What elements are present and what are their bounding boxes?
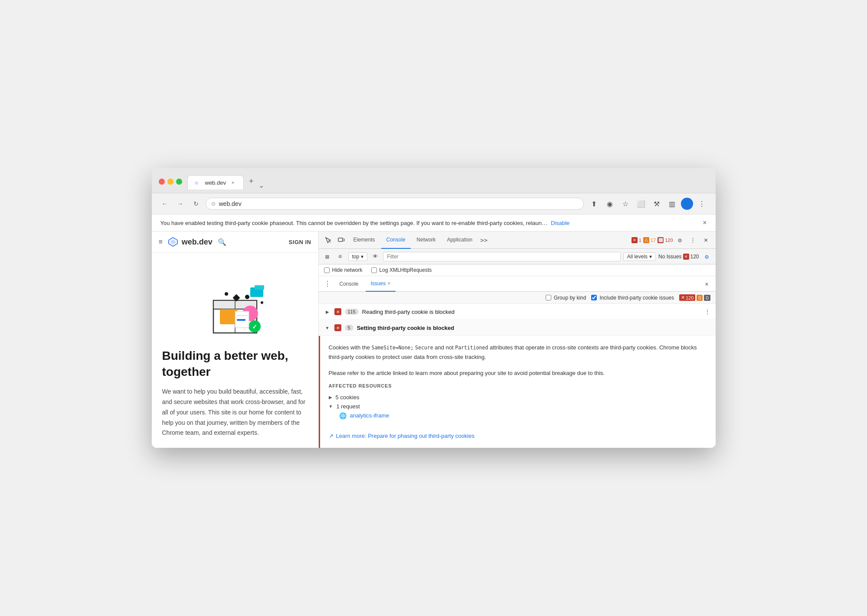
console-sidebar-toggle[interactable]: ▤ bbox=[322, 251, 333, 262]
browser-window: ⟐ web.dev × + ⌄ ← → ↻ ⊙ web.dev ⬆ ◉ ☆ ⬜ … bbox=[152, 168, 716, 447]
forward-button[interactable]: → bbox=[174, 198, 186, 210]
log-levels-arrow-icon: ▾ bbox=[649, 254, 652, 260]
svg-rect-12 bbox=[255, 285, 264, 290]
refresh-button[interactable]: ↻ bbox=[190, 198, 202, 210]
svg-rect-5 bbox=[220, 309, 237, 324]
console-filter-input[interactable] bbox=[383, 252, 621, 261]
error-icon: ✕ bbox=[631, 237, 638, 243]
browser-more-button[interactable]: ⋮ bbox=[695, 197, 709, 211]
issue-title: Reading third-party cookie is blocked bbox=[362, 309, 701, 315]
info-bar-message: You have enabled testing third-party coo… bbox=[160, 220, 548, 226]
console-sub-tab[interactable]: Console bbox=[334, 276, 364, 292]
hamburger-menu-button[interactable]: ≡ bbox=[159, 238, 163, 246]
issue-row-reading-blocked[interactable]: ▶ ✕ 115 Reading third-party cookie is bl… bbox=[319, 304, 716, 320]
svg-rect-19 bbox=[343, 239, 344, 241]
log-xml-checkbox[interactable] bbox=[371, 267, 377, 273]
split-view-button[interactable]: ▥ bbox=[665, 197, 679, 211]
devtools-more-button[interactable]: ⋮ bbox=[687, 234, 699, 246]
issues-count-badges: ✕ 120 0 0 bbox=[679, 294, 710, 301]
console-toolbar: ▤ ⊘ top ▾ 👁 All levels ▾ No Issues ✕ 120 bbox=[319, 249, 716, 264]
tab-application[interactable]: Application bbox=[442, 231, 478, 249]
learn-more-link[interactable]: ↗ Learn more: Prepare for phasing out th… bbox=[329, 433, 707, 439]
info-bar-disable-link[interactable]: Disable bbox=[551, 220, 569, 226]
info-bar-close-button[interactable]: × bbox=[703, 219, 707, 227]
minimize-traffic-light[interactable] bbox=[167, 179, 173, 185]
console-settings-button[interactable]: ⚙ bbox=[702, 251, 712, 262]
issue-expand-toggle[interactable]: ▶ bbox=[324, 308, 331, 315]
console-clear-button[interactable]: ⊘ bbox=[335, 251, 346, 262]
live-expression-button[interactable]: 👁 bbox=[370, 251, 380, 262]
issues-warning-count-badge: 0 bbox=[697, 295, 703, 301]
include-third-party-checkbox[interactable] bbox=[591, 295, 597, 300]
devtools-settings-button[interactable]: ⚙ bbox=[674, 234, 686, 246]
new-tab-button[interactable]: + bbox=[244, 173, 259, 189]
issue-collapse-toggle[interactable]: ▼ bbox=[324, 324, 331, 331]
issues-filter-bar: Group by kind Include third-party cookie… bbox=[319, 292, 716, 304]
profile-button[interactable]: 👤 bbox=[681, 198, 693, 210]
screen-capture-button[interactable]: ⬆ bbox=[587, 197, 601, 211]
issue-setting-blocked-container: ▼ ✕ 5 Setting third-party cookie is bloc… bbox=[319, 320, 716, 447]
svg-rect-15 bbox=[237, 319, 245, 321]
info-bar: You have enabled testing third-party coo… bbox=[152, 215, 716, 231]
active-browser-tab[interactable]: ⟐ web.dev × bbox=[187, 175, 244, 189]
address-bar[interactable]: ⊙ web.dev bbox=[206, 198, 584, 210]
include-third-party-checkbox-item: Include third-party cookie issues bbox=[591, 295, 674, 301]
cookies-resource-item[interactable]: ▶ 5 cookies bbox=[329, 393, 707, 402]
error-badge-group: ✕ 1 ⚠ 17 ⬜ 120 bbox=[631, 237, 673, 243]
issue-row-setting-blocked[interactable]: ▼ ✕ 5 Setting third-party cookie is bloc… bbox=[319, 320, 716, 336]
tab-network-label: Network bbox=[417, 237, 436, 243]
issues-tab-menu-button[interactable]: ⋮ bbox=[322, 280, 333, 288]
request-expand-toggle[interactable]: ▼ bbox=[329, 404, 333, 409]
tab-favicon: ⟐ bbox=[195, 179, 202, 186]
website-hero: ✓ Building a better web, together bbox=[152, 253, 318, 447]
warning-count-badge[interactable]: ⚠ 17 bbox=[643, 237, 656, 243]
sign-in-button[interactable]: SIGN IN bbox=[289, 239, 311, 245]
maximize-traffic-light[interactable] bbox=[176, 179, 182, 185]
tab-elements[interactable]: Elements bbox=[348, 231, 380, 249]
dropdown-arrow-icon: ▾ bbox=[361, 254, 363, 260]
back-button[interactable]: ← bbox=[159, 198, 171, 210]
issue-detail-text: Cookies with the SameSite=None; Secure a… bbox=[320, 336, 716, 383]
more-tabs-button[interactable]: >> bbox=[478, 237, 489, 244]
request-resource-item[interactable]: ▼ 1 request bbox=[329, 402, 707, 411]
inspect-element-button[interactable] bbox=[322, 234, 334, 246]
error-count-badge[interactable]: ✕ 1 bbox=[631, 237, 641, 243]
info-count-text: 0 bbox=[706, 295, 708, 300]
group-by-kind-checkbox[interactable] bbox=[546, 295, 551, 300]
group-by-kind-label: Group by kind bbox=[554, 295, 586, 301]
site-logo: web.dev bbox=[168, 237, 213, 247]
extension-button[interactable]: ⬜ bbox=[634, 197, 648, 211]
learn-more-text: Learn more: Prepare for phasing out thir… bbox=[336, 433, 474, 439]
no-issues-badge: ✕ 120 bbox=[683, 254, 699, 260]
devtools-button[interactable]: ⚒ bbox=[650, 197, 664, 211]
issues-panel-close-button[interactable]: × bbox=[702, 279, 712, 289]
bookmark-button[interactable]: ☆ bbox=[618, 197, 632, 211]
web-dev-logo-icon bbox=[168, 237, 178, 247]
cookies-expand-toggle[interactable]: ▶ bbox=[329, 395, 332, 400]
device-toolbar-button[interactable] bbox=[335, 234, 347, 246]
issues-tab-close-button[interactable]: × bbox=[387, 280, 390, 287]
analytics-iframe-link[interactable]: analytics-iframe bbox=[350, 412, 389, 419]
eye-slash-button[interactable]: ◉ bbox=[603, 197, 617, 211]
hide-network-checkbox[interactable] bbox=[324, 267, 330, 273]
devtools-close-button[interactable]: × bbox=[700, 234, 712, 246]
tab-list-expand-button[interactable]: ⌄ bbox=[258, 181, 264, 189]
analytics-iframe-item[interactable]: 🌐 analytics-iframe bbox=[329, 411, 707, 420]
website-nav: ≡ web.dev 🔍 SIGN IN bbox=[152, 231, 318, 253]
close-traffic-light[interactable] bbox=[159, 179, 165, 185]
tab-close-button[interactable]: × bbox=[229, 179, 236, 186]
site-search-button[interactable]: 🔍 bbox=[218, 238, 226, 246]
console-sub-tab-label: Console bbox=[340, 281, 359, 287]
log-levels-dropdown[interactable]: All levels ▾ bbox=[623, 252, 656, 261]
tab-network[interactable]: Network bbox=[412, 231, 441, 249]
warning-count-text: 0 bbox=[698, 295, 701, 300]
group-by-kind-checkbox-item: Group by kind bbox=[546, 295, 586, 301]
issues-sub-tab[interactable]: Issues × bbox=[366, 276, 396, 292]
tab-console[interactable]: Console bbox=[381, 231, 411, 249]
cookies-label: 5 cookies bbox=[336, 394, 360, 401]
hide-network-checkbox-item: Hide network bbox=[324, 267, 363, 273]
issue-more-button[interactable]: ⋮ bbox=[704, 308, 710, 315]
request-label: 1 request bbox=[336, 403, 360, 410]
info-count-badge[interactable]: ⬜ 120 bbox=[658, 237, 673, 243]
frame-context-dropdown[interactable]: top ▾ bbox=[348, 252, 368, 261]
